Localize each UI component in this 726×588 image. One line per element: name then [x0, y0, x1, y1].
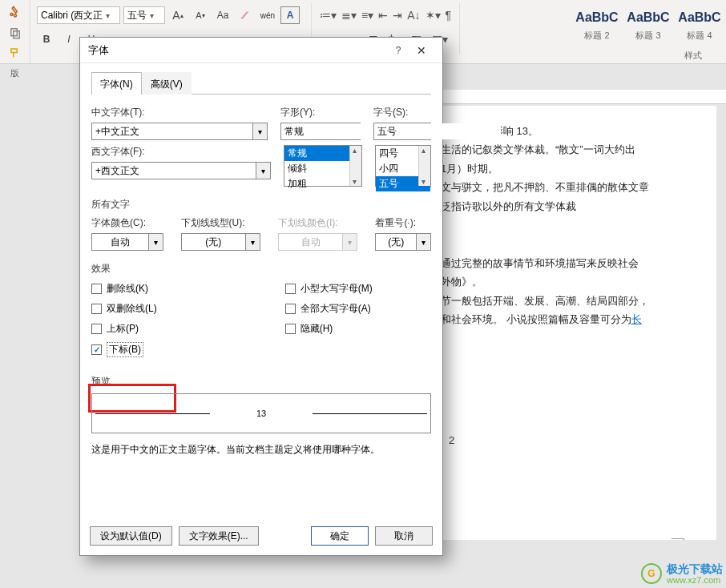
- chevron-down-icon[interactable]: ▾: [256, 163, 270, 179]
- styles-group-label: 样式: [684, 50, 702, 62]
- text-effects-button[interactable]: 文字效果(E)...: [179, 526, 259, 546]
- ok-button[interactable]: 确定: [311, 526, 369, 546]
- en-font-label: 西文字体(F):: [91, 145, 271, 159]
- preview-box: 13: [91, 393, 431, 433]
- preview-label: 预览: [91, 375, 431, 389]
- cn-font-label: 中文字体(T):: [91, 106, 268, 119]
- font-color-label: 字体颜色(C):: [91, 216, 163, 230]
- emphasis-label: 着重号(·):: [375, 216, 431, 230]
- style-heading4[interactable]: AaBbC标题 4: [675, 3, 724, 48]
- font-name-dropdown[interactable]: Calibri (西文正▾: [37, 6, 120, 24]
- checkbox-double-strikethrough[interactable]: 双删除线(L): [91, 302, 157, 316]
- watermark-name: 极光下载站: [667, 563, 723, 575]
- style-label: 字形(Y):: [280, 106, 361, 119]
- style-listbox[interactable]: 常规 倾斜 加粗: [284, 145, 362, 187]
- underline-style-combo[interactable]: (无)▾: [181, 233, 260, 251]
- doc-line: 外物》。: [441, 272, 708, 291]
- underline-color-label: 下划线颜色(I):: [278, 216, 357, 230]
- clipboard-label: 版: [10, 67, 19, 79]
- font-color-combo[interactable]: 自动▾: [91, 233, 163, 251]
- effects-label: 效果: [91, 262, 431, 276]
- doc-line: 通过完整的故事情节和环境描写来反映社会: [441, 254, 708, 272]
- styles-gallery[interactable]: AaBbC标题 2 AaBbC标题 3 AaBbC标题 4: [571, 0, 726, 63]
- format-painter-icon[interactable]: [6, 46, 25, 61]
- show-marks-icon[interactable]: ¶: [446, 9, 452, 22]
- checkbox-strikethrough[interactable]: 删除线(K): [91, 282, 157, 296]
- watermark-url: www.xz7.com: [667, 575, 723, 585]
- bullets-icon[interactable]: ≔▾: [320, 9, 337, 22]
- en-font-combo[interactable]: ▾: [91, 162, 271, 179]
- doc-line: 节一般包括开端、发展、高潮、结局四部分，: [441, 292, 708, 310]
- change-case-icon[interactable]: Aa: [213, 6, 232, 24]
- size-label: 字号(S):: [373, 106, 431, 119]
- checkbox-hidden[interactable]: 隐藏(H): [285, 322, 373, 336]
- underline-color-combo: 自动▾: [278, 233, 357, 251]
- clear-format-icon[interactable]: [236, 6, 255, 24]
- watermark-logo-icon: G: [641, 563, 662, 584]
- grow-font-icon[interactable]: A▴: [168, 6, 188, 24]
- shrink-font-icon[interactable]: A▾: [191, 6, 210, 24]
- page-corner: [672, 538, 684, 540]
- style-heading2[interactable]: AaBbC标题 2: [572, 3, 622, 48]
- close-button[interactable]: ✕: [409, 44, 434, 57]
- multilevel-icon[interactable]: ≡▾: [361, 9, 373, 22]
- bold-button[interactable]: B: [37, 30, 56, 48]
- checkbox-subscript[interactable]: 下标(B): [91, 342, 157, 357]
- size-listbox[interactable]: 四号 小四 五号: [375, 145, 431, 187]
- cn-font-combo[interactable]: ▾: [91, 123, 268, 140]
- font-dialog: 字体 ? ✕ 字体(N) 高级(V) 中文字体(T): ▾ 字形(Y): 字号(…: [79, 37, 443, 556]
- scrollbar[interactable]: [349, 146, 361, 186]
- emphasis-combo[interactable]: (无)▾: [375, 233, 431, 251]
- indent-right-icon[interactable]: ⇥: [393, 9, 402, 22]
- indent-left-icon[interactable]: ⇤: [378, 9, 388, 22]
- doc-line: 和社会环境。 小说按照篇幅及容量可分为长: [441, 310, 708, 328]
- dialog-tabs: 字体(N) 高级(V): [91, 71, 431, 95]
- dialog-title: 字体: [88, 43, 388, 58]
- font-size-dropdown[interactable]: 五号▾: [123, 6, 165, 24]
- doc-line: 生活的记叙类文学体裁。“散文”一词大约出: [441, 140, 708, 159]
- set-default-button[interactable]: 设为默认值(D): [90, 526, 172, 546]
- underline-style-label: 下划线线型(U):: [181, 216, 260, 230]
- doc-figure-number: 2: [449, 434, 454, 446]
- checkbox-small-caps[interactable]: 小型大写字母(M): [285, 282, 373, 296]
- help-button[interactable]: ?: [388, 45, 409, 56]
- all-text-label: 所有文字: [91, 198, 431, 211]
- tab-font[interactable]: 字体(N): [91, 72, 142, 95]
- clipboard-group: 版: [0, 0, 30, 63]
- phonetic-icon[interactable]: wén: [258, 6, 277, 24]
- style-input[interactable]: [280, 123, 361, 140]
- copy-icon[interactable]: [6, 26, 25, 40]
- scrollbar[interactable]: [418, 146, 430, 186]
- preview-text: 13: [256, 409, 266, 418]
- checkbox-all-caps[interactable]: 全部大写字母(A): [285, 302, 373, 316]
- checkbox-superscript[interactable]: 上标(P): [91, 322, 157, 336]
- chevron-down-icon[interactable]: ▾: [252, 123, 267, 139]
- numbering-icon[interactable]: ≣▾: [341, 9, 357, 22]
- sort-icon[interactable]: A↓: [407, 9, 420, 22]
- dialog-footer: 设为默认值(D) 文字效果(E)... 确定 取消: [80, 517, 442, 555]
- italic-button[interactable]: I: [59, 30, 79, 48]
- style-heading3[interactable]: AaBbC标题 3: [623, 3, 673, 48]
- cancel-button[interactable]: 取消: [375, 526, 433, 546]
- doc-link-long[interactable]: 长: [631, 313, 642, 325]
- size-input[interactable]: [373, 123, 431, 140]
- watermark: G 极光下载站 www.xz7.com: [641, 563, 723, 585]
- doc-line: 泛指诗歌以外的所有文学体裁: [441, 197, 708, 215]
- tab-advanced[interactable]: 高级(V): [142, 72, 192, 95]
- preview-note: 这是用于中文的正文主题字体。当前文档主题定义将使用哪种字体。: [91, 443, 431, 457]
- cut-icon[interactable]: [6, 5, 25, 19]
- asian-layout-icon[interactable]: ✶▾: [426, 9, 441, 22]
- char-border-icon[interactable]: A: [280, 6, 300, 24]
- doc-line: 1月）时期。: [441, 159, 708, 178]
- doc-line: 文与骈文，把凡不押韵、不重排偶的散体文章: [441, 178, 708, 196]
- dialog-titlebar: 字体 ? ✕: [80, 38, 442, 63]
